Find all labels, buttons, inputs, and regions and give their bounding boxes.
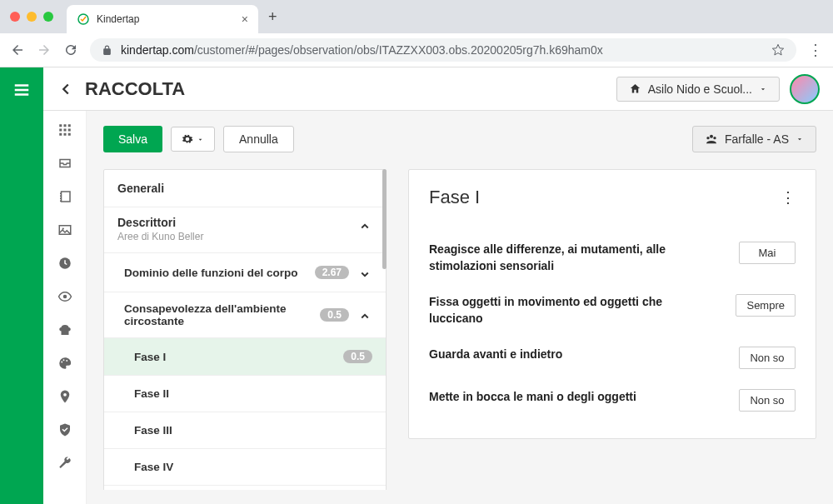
svg-point-21 — [713, 137, 716, 139]
caret-down-icon — [197, 136, 204, 143]
cancel-button[interactable]: Annulla — [223, 126, 294, 152]
svg-rect-7 — [59, 133, 62, 136]
descriptors-subtitle: Aree di Kuno Beller — [117, 231, 203, 242]
minimize-window-button[interactable] — [27, 12, 37, 22]
palette-icon[interactable] — [57, 356, 72, 371]
tenant-label: Asilo Nido e Scuol... — [648, 82, 752, 96]
class-selector-button[interactable]: Farfalle - AS — [692, 126, 816, 152]
back-button[interactable] — [10, 42, 25, 57]
tenant-selector-button[interactable]: Asilo Nido e Scuol... — [616, 77, 780, 102]
svg-point-16 — [62, 359, 64, 361]
tab-title: Kindertap — [97, 13, 235, 25]
icon-sidebar — [43, 111, 87, 504]
gear-icon — [182, 133, 193, 145]
page-title: RACCOLTA — [85, 78, 616, 100]
back-chevron-icon[interactable] — [57, 80, 75, 98]
phase-label: Fase III — [134, 424, 372, 437]
question-row: Mette in bocca le mani o degli oggetti N… — [429, 379, 796, 422]
action-toolbar: Salva Annulla Farfalle - AS — [103, 126, 816, 152]
people-icon — [705, 132, 718, 146]
maximize-window-button[interactable] — [43, 12, 53, 22]
chevron-up-icon — [357, 309, 372, 324]
descriptors-section-header[interactable]: Descrittori Aree di Kuno Beller — [104, 207, 386, 253]
hamburger-menu-icon[interactable] — [12, 81, 31, 99]
kebab-menu-icon[interactable]: ⋮ — [781, 188, 796, 207]
phase-label: Fase I — [134, 351, 343, 363]
question-row: Fissa oggetti in movimento ed oggetti ch… — [429, 284, 796, 337]
save-button[interactable]: Salva — [103, 126, 162, 152]
svg-rect-6 — [67, 129, 70, 132]
answer-button[interactable]: Non so — [739, 347, 796, 369]
question-row: Guarda avanti e indietro Non so — [429, 337, 796, 379]
svg-rect-3 — [67, 124, 70, 127]
phase-label: Fase II — [134, 387, 372, 400]
question-text: Fissa oggetti in movimento ed oggetti ch… — [429, 294, 719, 327]
domain-label: Dominio delle funzioni del corpo — [124, 267, 307, 279]
phase-label: Fase IV — [134, 461, 372, 473]
forward-button[interactable] — [37, 42, 52, 57]
hamburger-column — [0, 67, 43, 504]
domain-label: Consapevolezza dell'ambiente circostante — [124, 302, 312, 327]
answer-button[interactable]: Sempre — [736, 294, 796, 317]
descriptors-title: Descrittori — [117, 216, 203, 229]
chevron-down-icon — [357, 267, 372, 282]
browser-menu-icon[interactable]: ⋮ — [808, 41, 823, 59]
svg-rect-1 — [59, 124, 62, 127]
svg-rect-8 — [63, 133, 66, 136]
window-controls — [10, 12, 53, 22]
grid-icon[interactable] — [57, 122, 72, 137]
inbox-icon[interactable] — [57, 156, 72, 171]
phase-row-2[interactable]: Fase II — [104, 376, 386, 412]
score-badge: 0.5 — [320, 308, 349, 322]
new-tab-button[interactable]: + — [258, 8, 287, 26]
general-section-header[interactable]: Generali — [104, 170, 386, 207]
close-window-button[interactable] — [10, 12, 20, 22]
svg-point-18 — [63, 393, 67, 397]
class-label: Farfalle - AS — [725, 132, 789, 146]
wrench-icon[interactable] — [57, 456, 72, 471]
phase-detail-title: Fase I — [429, 187, 480, 208]
svg-rect-10 — [61, 192, 70, 202]
chef-hat-icon[interactable] — [57, 322, 72, 337]
question-text: Mette in bocca le mani o degli oggetti — [429, 389, 722, 406]
question-text: Reagisce alle differenze, ai mutamenti, … — [429, 242, 722, 274]
favicon-icon — [77, 12, 90, 26]
clock-icon[interactable] — [57, 256, 72, 271]
settings-dropdown-button[interactable] — [171, 127, 215, 152]
phase-row-5[interactable]: Fase V — [104, 486, 386, 490]
chevron-up-icon — [357, 219, 372, 234]
domain-row-environment-awareness[interactable]: Consapevolezza dell'ambiente circostante… — [104, 292, 386, 338]
phase-row-1[interactable]: Fase I 0.5 — [104, 338, 386, 376]
phase-row-3[interactable]: Fase III — [104, 412, 386, 449]
location-pin-icon[interactable] — [57, 389, 72, 404]
score-badge: 0.5 — [343, 350, 372, 363]
domain-row-body-functions[interactable]: Dominio delle funzioni del corpo 2.67 — [104, 253, 386, 292]
svg-point-19 — [710, 135, 713, 138]
bookmark-star-icon[interactable] — [771, 43, 785, 57]
shield-check-icon[interactable] — [57, 422, 72, 437]
descriptors-panel: Generali Descrittori Aree di Kuno Beller… — [103, 169, 387, 490]
browser-nav-bar: kindertap.com/customer/#/pages/observati… — [0, 33, 833, 67]
picture-icon[interactable] — [57, 222, 72, 237]
notebook-icon[interactable] — [57, 189, 72, 204]
tab-close-icon[interactable]: × — [242, 12, 248, 26]
svg-point-17 — [66, 360, 67, 362]
svg-rect-9 — [67, 133, 70, 136]
question-row: Reagisce alle differenze, ai mutamenti, … — [429, 232, 796, 284]
caret-down-icon — [759, 85, 767, 93]
scrollbar-thumb[interactable] — [382, 169, 387, 269]
svg-rect-5 — [63, 129, 66, 132]
eye-icon[interactable] — [57, 289, 72, 304]
user-avatar[interactable] — [790, 74, 820, 104]
phase-row-4[interactable]: Fase IV — [104, 449, 386, 486]
answer-button[interactable]: Non so — [739, 389, 796, 412]
svg-rect-4 — [59, 129, 62, 132]
caret-down-icon — [796, 135, 804, 143]
reload-button[interactable] — [63, 42, 78, 57]
url-bar[interactable]: kindertap.com/customer/#/pages/observati… — [90, 38, 796, 62]
url-text: kindertap.com/customer/#/pages/observati… — [121, 43, 603, 57]
app-header: RACCOLTA Asilo Nido e Scuol... — [43, 67, 833, 111]
browser-tab[interactable]: Kindertap × — [67, 5, 258, 33]
browser-tab-bar: Kindertap × + — [0, 0, 833, 33]
answer-button[interactable]: Mai — [739, 242, 796, 264]
